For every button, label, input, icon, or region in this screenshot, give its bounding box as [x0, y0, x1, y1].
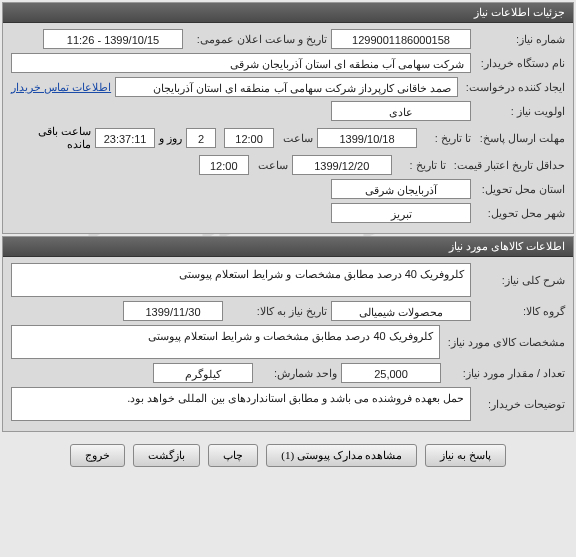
creator-field: صمد خاقانی کارپرداز شرکت سهامی آب منطقه … [115, 77, 458, 97]
announce-label: تاریخ و ساعت اعلان عمومی: [187, 33, 327, 46]
min-validity-date-field: 1399/12/20 [292, 155, 392, 175]
creator-label: ایجاد کننده درخواست: [462, 81, 565, 94]
buyer-notes-field: حمل بعهده فروشنده می باشد و مطابق استاند… [11, 387, 471, 421]
goods-info-panel: اطلاعات کالاهای مورد نیاز شرح کلی نیاز: … [2, 236, 574, 432]
deadline-date-field: 1399/10/18 [317, 128, 417, 148]
time-label-2: ساعت [253, 159, 288, 172]
remaining-time-field: 23:37:11 [95, 128, 155, 148]
min-validity-until-label: تا تاریخ : [396, 159, 446, 172]
priority-field: عادی [331, 101, 471, 121]
qty-field: 25,000 [341, 363, 441, 383]
goods-spec-field: کلروفریک 40 درصد مطابق مشخصات و شرایط اس… [11, 325, 440, 359]
delivery-city-field: تبریز [331, 203, 471, 223]
deadline-time-field: 12:00 [224, 128, 274, 148]
until-label: تا تاریخ : [421, 132, 471, 145]
goods-spec-label: مشخصات کالای مورد نیاز: [444, 336, 565, 349]
back-button[interactable]: بازگشت [133, 444, 200, 467]
remaining-suffix-label: ساعت باقی مانده [11, 125, 91, 151]
min-validity-time-field: 12:00 [199, 155, 249, 175]
exit-button[interactable]: خروج [70, 444, 125, 467]
need-by-label: تاریخ نیاز به کالا: [227, 305, 327, 318]
print-button[interactable]: چاپ [208, 444, 258, 467]
buyer-org-label: نام دستگاه خریدار: [475, 57, 565, 70]
delivery-city-label: شهر محل تحویل: [475, 207, 565, 220]
deadline-label: مهلت ارسال پاسخ: [475, 132, 565, 145]
qty-label: تعداد / مقدار مورد نیاز: [445, 367, 565, 380]
respond-button[interactable]: پاسخ به نیاز [425, 444, 506, 467]
delivery-province-label: استان محل تحویل: [475, 183, 565, 196]
delivery-province-field: آذربایجان شرقی [331, 179, 471, 199]
need-number-field: 1299001186000158 [331, 29, 471, 49]
announce-field: 1399/10/15 - 11:26 [43, 29, 183, 49]
button-bar: پاسخ به نیاز مشاهده مدارک پیوستی (1) چاپ… [0, 434, 576, 481]
days-and-label: روز و [159, 132, 182, 145]
buyer-notes-label: توضیحات خریدار: [475, 398, 565, 411]
unit-label: واحد شمارش: [257, 367, 337, 380]
need-info-header: جزئیات اطلاعات نیاز [3, 3, 573, 23]
goods-group-label: گروه کالا: [475, 305, 565, 318]
need-by-date-field: 1399/11/30 [123, 301, 223, 321]
need-number-label: شماره نیاز: [475, 33, 565, 46]
need-info-panel: جزئیات اطلاعات نیاز شماره نیاز: 12990011… [2, 2, 574, 234]
general-desc-field: کلروفریک 40 درصد مطابق مشخصات و شرایط اس… [11, 263, 471, 297]
goods-info-header: اطلاعات کالاهای مورد نیاز [3, 237, 573, 257]
buyer-contact-link[interactable]: اطلاعات تماس خریدار [11, 81, 111, 94]
general-desc-label: شرح کلی نیاز: [475, 274, 565, 287]
remaining-days-field: 2 [186, 128, 216, 148]
unit-field: کیلوگرم [153, 363, 253, 383]
priority-label: اولویت نیاز : [475, 105, 565, 118]
view-attachments-button[interactable]: مشاهده مدارک پیوستی (1) [266, 444, 417, 467]
goods-group-field: محصولات شیمیالی [331, 301, 471, 321]
buyer-org-field: شرکت سهامی آب منطقه ای استان آذربایجان ش… [11, 53, 471, 73]
min-validity-label: حداقل تاریخ اعتبار قیمت: [450, 159, 565, 172]
time-label-1: ساعت [278, 132, 313, 145]
